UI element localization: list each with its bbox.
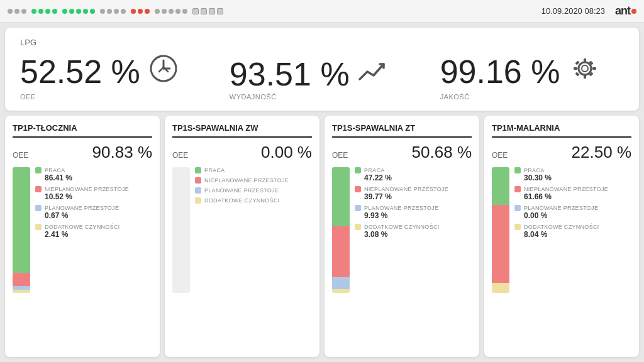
legend-label-2-2: PLANOWANE PRZESTOJE — [364, 205, 438, 211]
legend-value-0-2: 0.67 % — [45, 211, 152, 220]
legend-item-0-3: DODATKOWE CZYNNOŚCI2.41 % — [35, 224, 152, 239]
legend-label-1-3: DODATKOWE CZYNNOŚCI — [204, 197, 280, 204]
legend-item-1-0: PRACA — [195, 167, 312, 173]
dot — [76, 9, 81, 14]
svg-point-4 — [582, 65, 588, 72]
legend-item-0-1: NIEPLANOWANE PRZESTOJE10.52 % — [35, 186, 152, 201]
legend-label-2-1: NIEPLANOWANE PRZESTOJE — [364, 186, 448, 192]
wydajnosc-label: WYDAJNOŚĆ — [230, 93, 390, 101]
legend-value-0-0: 86.41 % — [45, 173, 152, 182]
legend-label-3-2: PLANOWANE PRZESTOJE — [524, 205, 598, 211]
brand-text: ant — [615, 4, 630, 18]
legend-item-3-0: PRACA30.30 % — [514, 167, 631, 182]
legend-dot-0-0 — [35, 167, 42, 173]
legend-label-3-1: NIEPLANOWANE PRZESTOJE — [524, 186, 608, 192]
station-title-3: TP1M-MALARNIA — [492, 123, 631, 138]
station-card-3: TP1M-MALARNIAOEE22.50 %PRACA30.30 %NIEPL… — [484, 116, 639, 357]
dot — [100, 9, 105, 14]
legend-item-1-3: DODATKOWE CZYNNOŚCI — [195, 197, 312, 204]
oee-label: OEE — [20, 93, 179, 101]
dot-group-3 — [62, 9, 95, 14]
dot — [107, 9, 112, 14]
dot — [21, 9, 26, 14]
legend-item-2-2: PLANOWANE PRZESTOJE9.93 % — [355, 205, 472, 220]
legend-item-2-0: PRACA47.22 % — [355, 167, 472, 182]
dot — [182, 9, 187, 14]
legend-value-2-2: 9.93 % — [364, 211, 472, 220]
legend-dot-2-1 — [355, 186, 361, 192]
oee-row-0: OEE90.83 % — [13, 143, 152, 162]
top-bar: 10.09.2020 08:23 ant — [0, 0, 644, 23]
svg-rect-7 — [574, 67, 577, 70]
legend-dot-2-0 — [355, 167, 361, 173]
legend-item-3-2: PLANOWANE PRZESTOJE0.00 % — [514, 205, 631, 220]
legend-3: PRACA30.30 %NIEPLANOWANE PRZESTOJE61.66 … — [514, 167, 631, 349]
station-title-2: TP1S-SPAWALNIA ZT — [332, 123, 472, 138]
oee-value: 52.52 % — [20, 55, 140, 88]
dot — [62, 9, 67, 14]
legend-dot-1-2 — [195, 187, 201, 194]
legend-dot-3-1 — [514, 186, 521, 192]
bar-chart-3 — [492, 167, 509, 293]
dot-group-6 — [155, 9, 187, 14]
main-content: LPG 52.52 % OEE — [0, 23, 644, 362]
legend-label-2-0: PRACA — [364, 167, 385, 173]
legend-dot-0-3 — [35, 224, 42, 230]
legend-item-3-1: NIEPLANOWANE PRZESTOJE61.66 % — [514, 186, 631, 201]
legend-dot-3-2 — [514, 205, 521, 211]
brand-dot — [631, 9, 636, 14]
metric-wydajnosc: 93.51 % WYDAJNOŚĆ — [230, 58, 390, 101]
datetime: 10.09.2020 08:23 — [541, 6, 605, 16]
station-content-2: PRACA47.22 %NIEPLANOWANE PRZESTOJE39.77 … — [332, 167, 472, 349]
dot — [90, 9, 95, 14]
oee-row-3: OEE22.50 % — [492, 143, 631, 162]
dot — [38, 9, 43, 14]
metric-value-row: 52.52 % — [20, 53, 179, 90]
dot — [45, 9, 50, 14]
legend-value-0-3: 2.41 % — [45, 230, 152, 239]
station-content-1: PRACANIEPLANOWANE PRZESTOJEPLANOWANE PRZ… — [172, 167, 312, 349]
legend-dot-3-0 — [514, 167, 521, 173]
legend-value-0-1: 10.52 % — [45, 192, 152, 201]
legend-dot-2-3 — [355, 224, 361, 230]
svg-point-3 — [579, 62, 591, 75]
metrics-row: 52.52 % OEE 93.51 % — [20, 52, 624, 101]
oee-row-2: OEE50.68 % — [332, 143, 472, 162]
station-card-1: TP1S-SPAWALNIA ZWOEE0.00 %PRACANIEPLANOW… — [165, 116, 319, 357]
legend-dot-0-1 — [35, 186, 42, 192]
legend-item-1-2: PLANOWANE PRZESTOJE — [195, 187, 312, 194]
legend-0: PRACA86.41 %NIEPLANOWANE PRZESTOJE10.52 … — [35, 167, 152, 349]
legend-item-2-1: NIEPLANOWANE PRZESTOJE39.77 % — [355, 186, 472, 201]
legend-dot-2-2 — [355, 205, 361, 211]
legend-label-0-2: PLANOWANE PRZESTOJE — [45, 205, 119, 211]
svg-rect-8 — [592, 67, 596, 70]
dot-boxes — [192, 8, 223, 14]
legend-item-2-3: DODATKOWE CZYNNOŚCI3.08 % — [355, 224, 472, 239]
oee-label-1: OEE — [172, 151, 188, 160]
legend-value-3-1: 61.66 % — [524, 192, 631, 201]
legend-dot-1-0 — [195, 167, 201, 173]
legend-dot-0-2 — [35, 205, 42, 211]
legend-1: PRACANIEPLANOWANE PRZESTOJEPLANOWANE PRZ… — [195, 167, 312, 349]
dot-group-5 — [131, 9, 150, 14]
legend-value-3-2: 0.00 % — [524, 211, 631, 220]
metric-jakosc: 99.16 % — [440, 52, 603, 101]
dot — [175, 9, 180, 14]
dot — [69, 9, 74, 14]
legend-item-0-2: PLANOWANE PRZESTOJE0.67 % — [35, 205, 152, 220]
legend-label-1-2: PLANOWANE PRZESTOJE — [204, 187, 279, 194]
legend-dot-1-3 — [195, 197, 201, 204]
station-content-3: PRACA30.30 %NIEPLANOWANE PRZESTOJE61.66 … — [492, 167, 631, 349]
dot-group-1 — [8, 9, 26, 14]
station-title-0: TP1P-TŁOCZNIA — [13, 123, 152, 138]
svg-rect-5 — [584, 58, 586, 62]
wydajnosc-value: 93.51 % — [230, 58, 350, 90]
dot-box — [201, 8, 207, 14]
metric-value-row: 93.51 % — [230, 58, 390, 90]
oee-label-2: OEE — [332, 151, 348, 160]
bar-chart-0 — [13, 167, 30, 293]
legend-label-0-3: DODATKOWE CZYNNOŚCI — [45, 224, 120, 230]
wydajnosc-icon — [357, 59, 390, 90]
legend-2: PRACA47.22 %NIEPLANOWANE PRZESTOJE39.77 … — [355, 167, 472, 349]
brand-logo: ant — [615, 4, 636, 18]
